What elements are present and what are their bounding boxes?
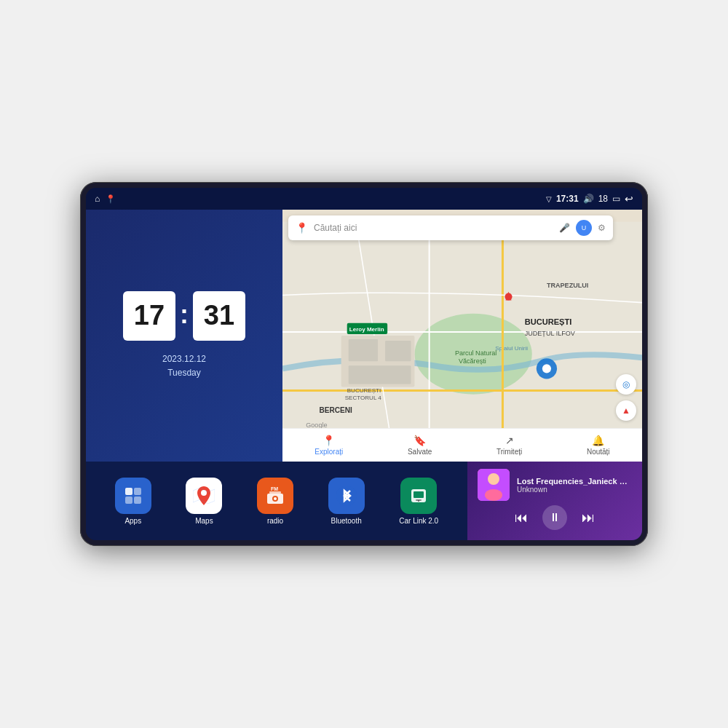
map-nav-explore[interactable]: 📍 Explorați: [314, 435, 343, 456]
bluetooth-label: Bluetooth: [331, 517, 361, 525]
saved-icon: 🔖: [414, 435, 426, 446]
map-settings-icon[interactable]: ⚙: [598, 223, 606, 233]
svg-text:Splaiul Unirii: Splaiul Unirii: [495, 345, 528, 352]
home-icon[interactable]: ⌂: [95, 194, 100, 204]
music-info: Lost Frequencies_Janieck Devy-... Unknow…: [517, 477, 632, 494]
app-item-maps[interactable]: Maps: [186, 478, 222, 525]
svg-text:TRAPEZULUI: TRAPEZULUI: [547, 282, 588, 289]
time-display: 17:31: [556, 194, 579, 204]
battery-icon: ▭: [612, 194, 620, 204]
music-top: Lost Frequencies_Janieck Devy-... Unknow…: [478, 469, 632, 501]
svg-rect-27: [134, 488, 141, 495]
maps-pin-icon[interactable]: 📍: [106, 194, 116, 204]
svg-text:Parcul Natural: Parcul Natural: [455, 349, 496, 357]
compass-icon: ▲: [622, 405, 630, 416]
svg-text:BUCUREȘTI: BUCUREȘTI: [525, 317, 572, 326]
svg-point-33: [274, 497, 277, 500]
status-left: ⌂ 📍: [95, 194, 116, 204]
svg-text:BERCENI: BERCENI: [319, 406, 352, 414]
signal-icon: ▽: [546, 195, 552, 203]
bottom-section: Apps Maps: [86, 462, 642, 540]
map-search-placeholder[interactable]: Căutați aici: [314, 223, 553, 233]
map-mic-icon[interactable]: 🎤: [559, 223, 570, 233]
map-compass-button[interactable]: ▲: [616, 400, 636, 421]
svg-text:Leroy Merlin: Leroy Merlin: [349, 326, 384, 333]
clock-hours: 17: [123, 291, 175, 341]
map-search-bar[interactable]: 📍 Căutați aici 🎤 U ⚙: [288, 215, 613, 240]
svg-text:JUDEȚUL ILFOV: JUDEȚUL ILFOV: [525, 330, 575, 337]
news-icon: 🔔: [592, 435, 604, 446]
radio-icon: FM: [257, 478, 293, 514]
map-bottom-nav: 📍 Explorați 🔖 Salvate ↗ Trimiteți 🔔: [282, 428, 642, 462]
apps-icon: [115, 478, 151, 514]
clock-date: 2023.12.12 Tuesday: [162, 352, 206, 380]
svg-text:FM: FM: [271, 486, 278, 491]
volume-level: 18: [598, 194, 608, 204]
svg-rect-26: [125, 488, 132, 495]
maps-label: Maps: [195, 517, 213, 525]
svg-point-43: [485, 489, 502, 501]
app-item-apps[interactable]: Apps: [115, 478, 151, 525]
carlink-icon: [400, 478, 437, 514]
app-item-radio[interactable]: FM radio: [257, 478, 293, 525]
carlink-label: Car Link 2.0: [399, 517, 438, 525]
map-nav-explore-label: Explorați: [314, 448, 343, 456]
locate-icon: ◎: [622, 379, 630, 389]
svg-text:SECTORUL 4: SECTORUL 4: [345, 395, 382, 401]
svg-rect-29: [134, 496, 141, 504]
svg-text:Văcărești: Văcărești: [459, 357, 486, 365]
clock-panel: 17 : 31 2023.12.12 Tuesday: [86, 210, 282, 462]
svg-point-30: [201, 490, 207, 496]
svg-rect-10: [349, 339, 378, 361]
music-controls: ⏮ ⏸ ⏭: [478, 505, 632, 533]
maps-search-pin-icon: 📍: [296, 222, 308, 234]
music-next-button[interactable]: ⏭: [582, 510, 595, 526]
app-item-bluetooth[interactable]: Bluetooth: [328, 478, 365, 525]
device-frame: ⌂ 📍 ▽ 17:31 🔊 18 ▭ ↩ 17 :: [80, 182, 648, 546]
map-nav-share[interactable]: ↗ Trimiteți: [496, 435, 522, 456]
map-panel[interactable]: Parcul Natural Văcărești Splaiul Unirii: [282, 210, 642, 462]
clock-display: 17 : 31: [123, 291, 245, 341]
map-nav-news-label: Noutăți: [587, 448, 610, 456]
music-title: Lost Frequencies_Janieck Devy-...: [517, 477, 632, 486]
clock-colon: :: [180, 299, 189, 330]
volume-icon: 🔊: [583, 194, 594, 204]
main-content: 17 : 31 2023.12.12 Tuesday: [86, 210, 642, 540]
music-play-pause-button[interactable]: ⏸: [542, 505, 567, 530]
radio-label: radio: [267, 517, 283, 525]
map-nav-saved[interactable]: 🔖 Salvate: [408, 435, 432, 456]
explore-icon: 📍: [323, 435, 335, 446]
svg-rect-34: [269, 491, 281, 494]
top-section: 17 : 31 2023.12.12 Tuesday: [86, 210, 642, 462]
apps-label: Apps: [124, 517, 141, 525]
share-icon: ↗: [505, 435, 514, 446]
status-bar: ⌂ 📍 ▽ 17:31 🔊 18 ▭ ↩: [86, 188, 642, 210]
clock-minutes: 31: [193, 291, 245, 341]
svg-rect-12: [349, 365, 411, 384]
svg-rect-11: [385, 341, 411, 361]
bluetooth-icon: [328, 478, 365, 514]
play-pause-icon: ⏸: [549, 511, 561, 524]
svg-point-42: [488, 473, 499, 485]
app-item-carlink[interactable]: Car Link 2.0: [399, 478, 438, 525]
music-player: Lost Frequencies_Janieck Devy-... Unknow…: [467, 462, 642, 540]
music-prev-button[interactable]: ⏮: [515, 510, 528, 526]
app-shortcuts: Apps Maps: [86, 462, 467, 540]
map-locate-button[interactable]: ◎: [616, 374, 636, 395]
map-nav-saved-label: Salvate: [408, 448, 432, 456]
svg-rect-38: [414, 491, 424, 498]
music-artist: Unknown: [517, 486, 632, 494]
music-thumbnail: [478, 469, 510, 501]
device-screen: ⌂ 📍 ▽ 17:31 🔊 18 ▭ ↩ 17 :: [86, 188, 642, 540]
svg-text:BUCUREȘTI: BUCUREȘTI: [347, 387, 381, 394]
map-nav-share-label: Trimiteți: [496, 448, 522, 456]
maps-icon: [186, 478, 222, 514]
back-icon[interactable]: ↩: [625, 193, 633, 205]
svg-point-25: [542, 364, 551, 373]
map-user-avatar[interactable]: U: [576, 220, 592, 236]
svg-point-40: [418, 500, 419, 502]
status-right: ▽ 17:31 🔊 18 ▭ ↩: [546, 193, 633, 205]
map-nav-news[interactable]: 🔔 Noutăți: [587, 435, 610, 456]
svg-rect-28: [125, 496, 132, 504]
